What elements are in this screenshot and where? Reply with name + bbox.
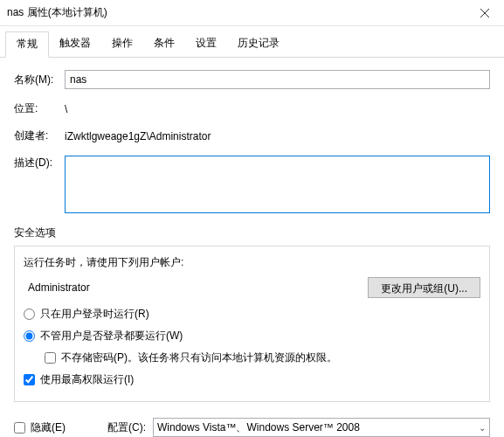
creator-label: 创建者:: [14, 128, 65, 143]
radio-always-input[interactable]: [24, 330, 35, 342]
highest-priv-input[interactable]: [24, 374, 35, 385]
location-label: 位置:: [14, 101, 65, 116]
checkbox-highest-privileges[interactable]: 使用最高权限运行(I): [24, 372, 480, 387]
tab-actions[interactable]: 操作: [101, 31, 143, 57]
configure-label: 配置(C):: [107, 420, 146, 435]
location-value: \: [65, 103, 490, 115]
creator-value: iZwktlgweage1gZ\Administrator: [65, 130, 490, 142]
bottom-options-row: 隐藏(E) 配置(C): Windows Vista™、Windows Serv…: [0, 409, 504, 437]
close-icon: [480, 9, 489, 17]
description-input[interactable]: [65, 156, 490, 213]
run-as-label: 运行任务时，请使用下列用户帐户:: [24, 255, 480, 270]
security-section-title: 安全选项: [14, 225, 490, 240]
radio-logged-on-only[interactable]: 只在用户登录时运行(R): [24, 307, 480, 322]
hidden-input[interactable]: [14, 422, 25, 434]
configure-value: Windows Vista™、Windows Server™ 2008: [157, 420, 360, 435]
change-user-button[interactable]: 更改用户或组(U)...: [368, 277, 480, 298]
tab-general[interactable]: 常规: [5, 31, 49, 58]
account-display: Administrator: [24, 278, 361, 297]
window-title: nas 属性(本地计算机): [7, 5, 465, 20]
no-store-password-input[interactable]: [45, 352, 56, 364]
window-titlebar: nas 属性(本地计算机): [0, 0, 504, 26]
tab-history[interactable]: 历史记录: [227, 31, 290, 57]
checkbox-hidden[interactable]: 隐藏(E): [14, 420, 66, 435]
tab-conditions[interactable]: 条件: [143, 31, 185, 57]
configure-select[interactable]: Windows Vista™、Windows Server™ 2008 ⌄: [153, 418, 490, 437]
name-input[interactable]: [65, 70, 490, 89]
tab-content: 名称(M): 位置: \ 创建者: iZwktlgweage1gZ\Admini…: [0, 58, 504, 409]
close-button[interactable]: [465, 0, 504, 26]
tab-settings[interactable]: 设置: [185, 31, 227, 57]
radio-logged-on-input[interactable]: [24, 309, 35, 320]
tab-strip: 常规 触发器 操作 条件 设置 历史记录: [0, 28, 504, 58]
description-label: 描述(D):: [14, 156, 65, 170]
tab-triggers[interactable]: 触发器: [49, 31, 101, 57]
security-options-group: 运行任务时，请使用下列用户帐户: Administrator 更改用户或组(U)…: [14, 246, 490, 402]
radio-run-always[interactable]: 不管用户是否登录都要运行(W): [24, 329, 480, 343]
name-label: 名称(M):: [14, 73, 65, 87]
chevron-down-icon: ⌄: [479, 423, 486, 433]
checkbox-no-store-password[interactable]: 不存储密码(P)。该任务将只有访问本地计算机资源的权限。: [45, 350, 480, 365]
